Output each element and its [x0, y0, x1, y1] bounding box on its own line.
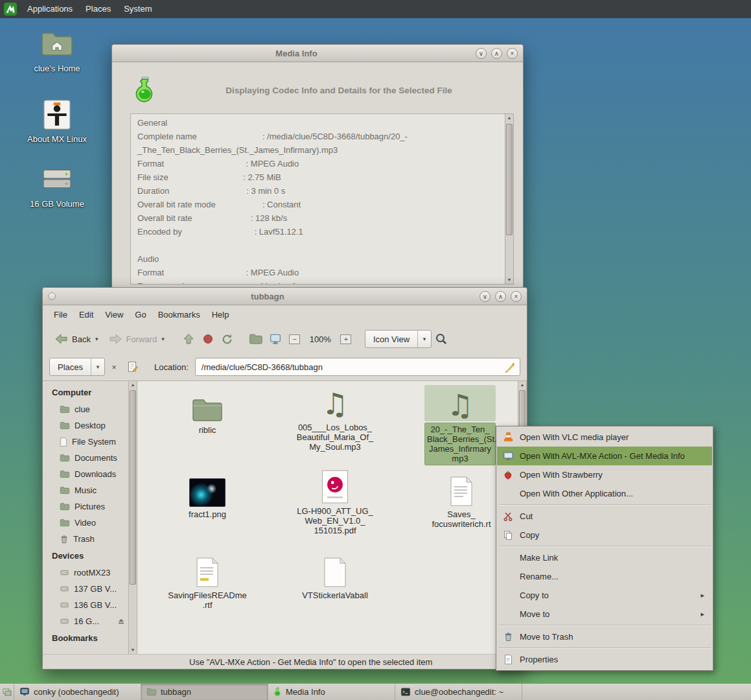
zoom-in-button[interactable]: + [336, 329, 356, 349]
eject-icon[interactable] [117, 617, 125, 625]
back-button[interactable]: Back ▾ [49, 331, 103, 347]
sidebar-item-desktop[interactable]: Desktop [43, 417, 128, 434]
maximize-button[interactable]: ∧ [495, 291, 506, 302]
home-button[interactable] [246, 329, 266, 349]
sidebar-item-rootmx23[interactable]: rootMX23 [43, 565, 128, 581]
menu-file[interactable]: File [48, 305, 73, 325]
close-button[interactable]: × [511, 291, 522, 302]
task-conky[interactable]: conky (oobechangedit) [14, 684, 141, 700]
file-riblic[interactable]: riblic [159, 386, 256, 435]
scrollbar-thumb[interactable] [506, 124, 513, 235]
menu-item-make-link[interactable]: Make Link [497, 548, 712, 567]
sidebar-item-trash[interactable]: Trash [43, 531, 128, 547]
desktop-icon-about-mx[interactable]: About MX Linux [27, 100, 87, 144]
media-info-titlebar[interactable]: Media Info ∨ ∧ × [112, 45, 523, 62]
menu-help[interactable]: Help [206, 305, 235, 325]
menu-separator [498, 648, 711, 649]
menu-system[interactable]: System [117, 0, 158, 18]
file-manager-titlebar[interactable]: tubbagn ∨ ∧ × [43, 288, 527, 305]
context-menu: Open With VLC media player Open With AVL… [496, 426, 713, 671]
menu-item-copy-to[interactable]: Copy to ▸ [497, 586, 712, 605]
menu-item-move-to-trash[interactable]: Move to Trash [497, 627, 712, 646]
task-tubbagn[interactable]: tubbagn [141, 684, 268, 700]
menu-item-open-with-strawberry[interactable]: Open With Strawberry [497, 465, 712, 484]
desktop-icon-home[interactable]: clue's Home [27, 29, 87, 73]
sidebar-scrollbar[interactable]: ▲ ▼ [128, 381, 137, 654]
sidebar-item-file-system[interactable]: File System [43, 434, 128, 450]
sidebar-item-video[interactable]: Video [43, 515, 128, 531]
file-vtstickerlavaball[interactable]: VTStickerlaVaball [286, 552, 384, 600]
sidebar-item-documents[interactable]: Documents [43, 450, 128, 466]
close-button[interactable]: × [507, 48, 518, 59]
sidebar-item-pictures[interactable]: Pictures [43, 498, 128, 515]
mx-logo-icon[interactable] [4, 3, 17, 16]
location-bar: Places ▾ × Location: /media/clue/5C8D-36… [43, 353, 527, 380]
sidebar-item-downloads[interactable]: Downloads [43, 466, 128, 482]
menu-item-rename[interactable]: Rename... [497, 567, 712, 586]
menu-applications[interactable]: Applications [21, 0, 79, 18]
codec-info-text[interactable]: General Complete name : /media/clue/5C8D… [130, 113, 505, 285]
menu-item-cut[interactable]: Cut [497, 507, 712, 526]
menu-go[interactable]: Go [129, 305, 152, 325]
edit-path-button[interactable] [123, 357, 143, 377]
view-mode-select[interactable]: Icon View ▾ [365, 330, 432, 348]
strawberry-icon [501, 469, 515, 481]
file-savingfiles-readme-rtf[interactable]: SavingFilesREADme .rtf [159, 552, 256, 610]
file-lg-pdf[interactable]: LG-H900_ATT_UG_ Web_EN_V1.0_ 151015.pdf [286, 467, 384, 535]
media-info-heading: Displaying Codec Info and Details for th… [174, 86, 503, 95]
close-pane-button[interactable]: × [106, 359, 122, 375]
up-button[interactable] [179, 329, 198, 349]
scroll-up-icon[interactable]: ▲ [507, 114, 512, 122]
task-media-info[interactable]: Media Info [268, 684, 395, 700]
search-button[interactable] [432, 329, 451, 349]
sidebar-item-16g[interactable]: 16 G... [43, 613, 128, 629]
file-los-lobos-mp3[interactable]: ♫ 005___Los_Lobos_ Beautiful_Maria_Of_ M… [286, 384, 384, 452]
desktop-icon-volume[interactable]: 16 GB Volume [27, 165, 87, 209]
menu-item-properties[interactable]: Properties [497, 650, 712, 669]
file-view[interactable]: riblic ♫ 005___Los_Lobos_ Beautiful_Mari… [137, 381, 518, 654]
menu-view[interactable]: View [99, 305, 129, 325]
menu-item-copy[interactable]: Copy [497, 526, 712, 544]
menu-item-open-with-avl-mxe[interactable]: Open With AVL-MXe Action - Get Media Inf… [497, 447, 712, 465]
shade-button[interactable]: ∨ [476, 48, 487, 59]
desktop-icon-label: About MX Linux [27, 134, 87, 144]
zoom-out-button[interactable]: − [285, 329, 305, 349]
shade-button[interactable]: ∨ [479, 291, 491, 302]
task-terminal[interactable]: clue@oobechangedit: ~ [395, 684, 522, 700]
scrollbar-thumb[interactable] [130, 390, 136, 585]
menu-item-open-with-other[interactable]: Open With Other Application... [497, 484, 712, 503]
scroll-down-icon[interactable]: ▼ [507, 276, 512, 284]
folder-icon [60, 519, 70, 527]
up-arrow-icon [182, 332, 195, 345]
desktop-button[interactable] [266, 329, 285, 349]
stop-button[interactable] [198, 329, 218, 349]
menu-item-open-with-vlc[interactable]: Open With VLC media player [497, 428, 712, 447]
copy-icon [501, 530, 515, 541]
sidebar-item-music[interactable]: Music [43, 482, 128, 498]
sidebar-item-136gb[interactable]: 136 GB V... [43, 597, 128, 613]
image-thumbnail [189, 478, 225, 507]
menu-item-move-to[interactable]: Move to ▸ [497, 605, 712, 624]
iconify-all-button[interactable] [0, 684, 14, 700]
location-input[interactable]: /media/clue/5C8D-3668/tubbagn [195, 358, 520, 376]
about-mx-icon [27, 100, 87, 132]
places-select[interactable]: Places ▾ [49, 358, 105, 376]
sidebar-item-clue[interactable]: clue [43, 401, 128, 417]
zoom-level: 100% [305, 334, 336, 344]
window-menu-button[interactable] [48, 292, 56, 300]
refresh-button[interactable] [218, 329, 237, 349]
drive-icon [60, 585, 69, 593]
file-ten-black-berries-mp3-selected[interactable]: ♫ 20_-_The_Ten_ Black_Berries_(St. James… [424, 385, 496, 465]
file-fract1-png[interactable]: fract1.png [159, 471, 256, 519]
menu-edit[interactable]: Edit [73, 305, 99, 325]
window-title: Media Info [117, 49, 476, 58]
clear-location-icon[interactable] [504, 362, 515, 373]
media-info-scrollbar[interactable]: ▲ ▼ [505, 113, 514, 285]
menu-bookmarks[interactable]: Bookmarks [152, 305, 206, 325]
maximize-button[interactable]: ∧ [491, 48, 502, 59]
sidebar-item-137gb[interactable]: 137 GB V... [43, 581, 128, 597]
menu-places[interactable]: Places [79, 0, 117, 18]
drive-icon [60, 601, 69, 609]
avl-mxe-icon [501, 450, 515, 462]
forward-button[interactable]: Forward ▾ [103, 331, 169, 347]
